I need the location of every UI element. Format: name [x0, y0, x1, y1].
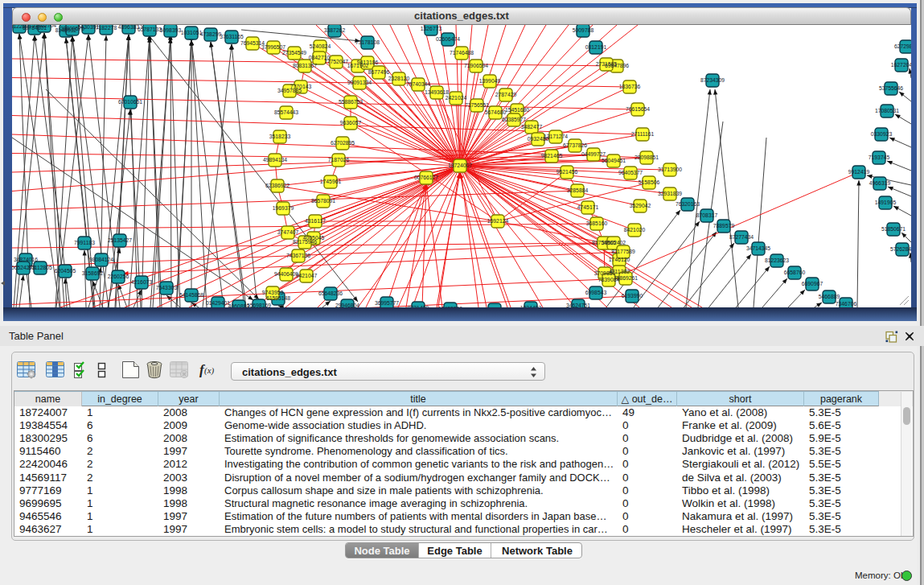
svg-text:32931839: 32931839: [658, 191, 682, 196]
svg-text:7346706: 7346706: [836, 301, 857, 307]
svg-text:5466889: 5466889: [819, 294, 840, 299]
svg-text:1836736: 1836736: [619, 84, 641, 89]
svg-text:7917693: 7917693: [484, 307, 506, 307]
svg-text:1627204: 1627204: [891, 62, 911, 68]
svg-text:6204505: 6204505: [55, 268, 76, 274]
svg-text:39502402: 39502402: [602, 240, 626, 245]
svg-text:65787133: 65787133: [138, 27, 162, 32]
svg-text:4216073: 4216073: [131, 279, 153, 285]
svg-text:17080531: 17080531: [875, 108, 899, 113]
svg-text:01429401: 01429401: [206, 300, 230, 306]
svg-text:76320163: 76320163: [676, 201, 700, 207]
svg-text:13493618: 13493618: [425, 89, 449, 95]
svg-text:2260256: 2260256: [108, 274, 129, 279]
svg-text:9821465: 9821465: [541, 153, 563, 159]
svg-text:1746120: 1746120: [609, 257, 630, 262]
svg-text:67010651: 67010651: [118, 99, 142, 105]
svg-text:56049451: 56049451: [602, 158, 626, 163]
svg-text:3518233: 3518233: [269, 134, 291, 139]
svg-text:71756551: 71756551: [465, 102, 489, 108]
svg-text:54145868: 54145868: [179, 292, 203, 298]
svg-text:2421024: 2421024: [446, 95, 467, 101]
svg-text:27354549: 27354549: [282, 50, 306, 56]
svg-text:7187026: 7187026: [328, 157, 350, 163]
svg-text:77752047: 77752047: [324, 59, 348, 64]
svg-text:87277434: 87277434: [729, 234, 754, 240]
svg-text:13171274: 13171274: [544, 134, 568, 139]
svg-text:3747407: 3747407: [277, 229, 299, 235]
svg-text:7543303: 7543303: [156, 285, 178, 290]
svg-text:94406409: 94406409: [274, 271, 298, 277]
svg-text:9636057: 9636057: [340, 120, 362, 126]
svg-text:1031051: 1031051: [181, 30, 203, 35]
svg-text:6193990: 6193990: [622, 293, 643, 299]
svg-text:9912419: 9912419: [848, 169, 870, 175]
svg-text:25135427: 25135427: [108, 237, 132, 243]
svg-text:99091334: 99091334: [347, 80, 372, 85]
svg-text:7193745: 7193745: [869, 154, 890, 160]
svg-text:8721489: 8721489: [408, 305, 429, 307]
svg-text:5098393: 5098393: [160, 27, 182, 33]
svg-text:0812191: 0812191: [585, 44, 607, 50]
svg-text:00766177: 00766177: [414, 175, 438, 180]
svg-text:1491905: 1491905: [875, 200, 897, 205]
svg-text:57262849: 57262849: [890, 246, 911, 252]
svg-text:9743953: 9743953: [262, 290, 284, 295]
svg-text:3685160: 3685160: [586, 220, 608, 226]
svg-text:4738299: 4738299: [200, 31, 222, 37]
svg-text:53755646: 53755646: [879, 85, 903, 91]
svg-text:9421047: 9421047: [296, 273, 318, 278]
svg-text:18724007: 18724007: [448, 163, 472, 168]
svg-text:73178108: 73178108: [355, 39, 380, 45]
svg-text:5240824: 5240824: [310, 43, 331, 49]
svg-text:9413186: 9413186: [357, 60, 379, 65]
svg-text:4966319: 4966319: [869, 180, 891, 186]
svg-text:7182278: 7182278: [96, 25, 117, 31]
svg-text:04499727: 04499727: [581, 151, 606, 157]
svg-text:3285884: 3285884: [567, 187, 589, 193]
svg-text:79740344: 79740344: [406, 81, 430, 87]
svg-text:74367136: 74367136: [286, 253, 310, 258]
svg-text:6998543: 6998543: [585, 290, 607, 295]
svg-text:76615654: 76615654: [626, 106, 650, 112]
svg-text:62702895: 62702895: [331, 140, 355, 146]
svg-text:37996507: 37996507: [261, 44, 285, 50]
svg-text:8708317: 8708317: [696, 212, 718, 218]
svg-text:8677496: 8677496: [368, 69, 390, 75]
svg-text:2787429: 2787429: [495, 92, 517, 97]
svg-text:15451680: 15451680: [505, 107, 529, 113]
svg-text:3529042: 3529042: [630, 203, 651, 208]
svg-text:1969379: 1969379: [273, 205, 294, 211]
svg-text:80831367: 80831367: [293, 63, 317, 68]
svg-text:1399049: 1399049: [479, 78, 501, 84]
svg-text:31713900: 31713900: [658, 167, 682, 172]
svg-text:67737826: 67737826: [563, 142, 587, 148]
svg-text:71906594: 71906594: [464, 63, 488, 68]
svg-text:4711382: 4711382: [609, 269, 630, 274]
svg-text:7889579: 7889579: [713, 223, 735, 229]
svg-text:1592124: 1592124: [487, 218, 509, 224]
svg-text:13433200: 13433200: [438, 306, 462, 307]
svg-text:7991183: 7991183: [74, 240, 95, 245]
svg-text:37631165: 37631165: [220, 34, 244, 39]
svg-text:71746488: 71746488: [450, 50, 474, 56]
svg-text:82175946: 82175946: [293, 239, 317, 245]
svg-text:4060883: 4060883: [228, 303, 250, 307]
svg-text:55886753: 55886753: [339, 99, 363, 105]
svg-text:98084124: 98084124: [89, 257, 113, 262]
svg-text:49894134: 49894134: [263, 157, 287, 163]
svg-text:7839084: 7839084: [598, 277, 620, 282]
svg-text:6658760: 6658760: [784, 270, 806, 275]
svg-text:5158506: 5158506: [639, 179, 660, 185]
svg-text:0330923: 0330923: [871, 131, 893, 137]
svg-text:4896383: 4896383: [118, 25, 140, 30]
svg-text:80112805: 80112805: [28, 265, 52, 270]
svg-text:55698169: 55698169: [247, 303, 271, 307]
svg-text:1745961: 1745961: [320, 179, 342, 184]
svg-text:29946804: 29946804: [335, 303, 359, 307]
svg-text:3387262: 3387262: [324, 27, 346, 33]
svg-text:65648236: 65648236: [318, 290, 343, 296]
svg-text:87234309: 87234309: [700, 77, 725, 83]
svg-text:62386922: 62386922: [265, 183, 290, 188]
svg-text:60385977: 60385977: [502, 117, 526, 122]
